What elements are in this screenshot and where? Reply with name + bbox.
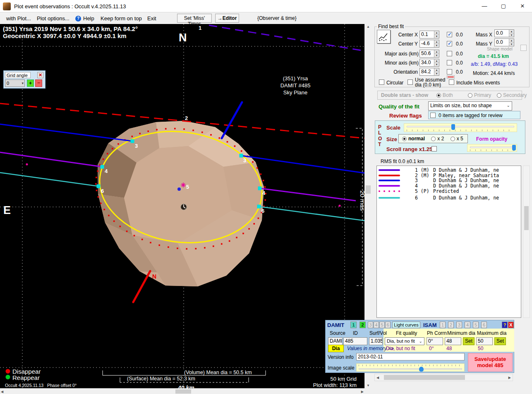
isam-3-button[interactable]: 3 xyxy=(456,322,462,328)
list-item[interactable]: 6 D Dunham & J Dunham, ne xyxy=(379,195,521,201)
scroll-left-icon[interactable]: ◀ xyxy=(376,376,379,380)
plot-horizontal-scrollbar[interactable]: ◀ ▶ xyxy=(0,388,364,394)
damit-model-3-button[interactable]: 3 xyxy=(368,322,373,328)
damit-help-button[interactable]: ? xyxy=(502,322,508,328)
damit-close-button[interactable]: X xyxy=(508,322,514,328)
list-item[interactable]: 1 (M) D Dunham & J Dunham, ne xyxy=(379,168,521,173)
orientation-fit-checkbox[interactable] xyxy=(447,69,452,74)
observer-time-label[interactable]: {Observer & time} xyxy=(257,15,297,21)
damit-model-5-button[interactable]: 5 xyxy=(379,322,385,328)
form-opacity-slider[interactable] xyxy=(467,144,517,152)
menu-keep-on-top[interactable]: Keep form on top xyxy=(101,15,142,22)
list-item[interactable]: 2 (M) P Maley, near Sahuarita xyxy=(379,173,521,178)
damit-model-1-button[interactable]: 1 xyxy=(350,322,357,328)
grid-angle-select[interactable]: 0 ▾ xyxy=(5,79,25,87)
damit-model-6-button[interactable]: 6 xyxy=(385,322,391,328)
v-scroll-thumb[interactable] xyxy=(366,185,371,194)
major-axis-fit-checkbox[interactable] xyxy=(447,51,452,56)
scale-slider[interactable] xyxy=(404,123,517,132)
minimize-button[interactable]: — xyxy=(475,0,494,12)
list-item[interactable]: 4 D Dunham & J Dunham, ne xyxy=(379,183,521,189)
scroll-range-checkbox[interactable] xyxy=(431,146,437,151)
radio-size-normal[interactable] xyxy=(402,137,407,141)
shape-model-checkbox[interactable] xyxy=(520,45,527,51)
center-x-spinner[interactable]: ▲▼ xyxy=(434,31,439,38)
image-scale-thumb[interactable] xyxy=(419,367,424,372)
sky-plane-plot[interactable]: N 1 2 3 3 4 4 6 6 5 xyxy=(0,24,364,388)
size-option-normal[interactable]: normal xyxy=(402,136,425,142)
scale-slider-thumb[interactable] xyxy=(451,124,455,130)
damit-model-2-button[interactable]: 2 xyxy=(359,322,366,328)
grid-angle-plus-button[interactable]: + xyxy=(27,79,34,87)
list-v-thumb[interactable] xyxy=(524,206,529,230)
double-stars-option-both[interactable]: Both xyxy=(436,92,453,98)
use-assumed-checkbox[interactable] xyxy=(407,79,413,85)
minor-axis-fit-checkbox[interactable] xyxy=(447,60,452,65)
set-min-dia-button[interactable]: Set xyxy=(463,337,474,345)
set-miss-times-button[interactable]: Set 'Miss' Times xyxy=(177,14,212,23)
isam-5-button[interactable]: 5 xyxy=(473,322,479,328)
double-stars-option-secondary[interactable]: Secondary xyxy=(497,92,527,98)
isam-2-button[interactable]: 2 xyxy=(448,322,454,328)
orientation-spinner[interactable]: ▲▼ xyxy=(434,68,439,75)
major-axis-spinner[interactable]: ▲▼ xyxy=(434,50,439,57)
radio-size-x2[interactable] xyxy=(431,137,436,141)
list-vertical-scrollbar[interactable] xyxy=(523,166,530,318)
mass-x-input[interactable]: 0.0 ▲▼ xyxy=(494,29,514,37)
list-horizontal-scrollbar[interactable]: ◀ ▶ xyxy=(374,374,513,381)
light-curves-button[interactable]: Light curves xyxy=(392,322,420,328)
maximize-button[interactable]: ▢ xyxy=(494,0,513,12)
isam-1-button[interactable]: 1 xyxy=(440,322,446,328)
menu-help[interactable]: Help xyxy=(83,15,94,22)
close-button[interactable]: ✕ xyxy=(513,0,532,12)
center-y-fit-checkbox[interactable] xyxy=(447,41,452,46)
mass-y-input[interactable]: 0.0 ▲▼ xyxy=(494,38,514,46)
center-y-spinner[interactable]: ▲▼ xyxy=(434,40,439,47)
center-x-input[interactable]: 0.1 ▲▼ xyxy=(419,31,439,38)
center-x-fit-checkbox[interactable] xyxy=(447,32,452,37)
circular-checkbox[interactable] xyxy=(379,79,384,85)
scroll-up-icon[interactable]: ▲ xyxy=(365,25,371,29)
list-item[interactable]: 5 (P) Predicted xyxy=(379,188,521,194)
radio-both[interactable] xyxy=(436,93,441,98)
form-opacity-thumb[interactable] xyxy=(512,145,516,151)
radio-secondary[interactable] xyxy=(497,93,501,98)
fit-quality-dropdown[interactable]: Dia, but no fit ⌄ xyxy=(385,337,424,345)
editor-button[interactable]: →Editor xyxy=(215,14,239,23)
isam-4-button[interactable]: 4 xyxy=(465,322,470,328)
quality-dropdown[interactable]: Limits on size, but no shape ⌄ xyxy=(428,101,512,111)
size-option-x2[interactable]: x 2 xyxy=(431,136,444,142)
menu-with-plot[interactable]: with Plot... xyxy=(6,15,31,22)
minor-axis-input[interactable]: 34.0 ▲▼ xyxy=(419,59,439,67)
damit-model-4-button[interactable]: 4 xyxy=(374,322,379,328)
major-axis-input[interactable]: 50.6 ▲▼ xyxy=(419,50,439,58)
dia-button[interactable]: Dia xyxy=(328,345,344,352)
menu-plot-options[interactable]: Plot options... xyxy=(37,15,69,22)
set-max-dia-button[interactable]: Set xyxy=(494,337,506,345)
version-info-input[interactable]: 2013-02-11 xyxy=(356,353,465,360)
scroll-right-icon[interactable]: ▶ xyxy=(361,390,364,394)
scroll-right-icon[interactable]: ▶ xyxy=(508,376,511,380)
orientation-input[interactable]: 84.2 ▲▼ xyxy=(419,68,439,76)
list-h-thumb[interactable] xyxy=(384,375,465,380)
size-option-x5[interactable]: x 5 xyxy=(451,136,463,142)
radio-primary[interactable] xyxy=(468,93,472,98)
center-y-input[interactable]: -4.6 ▲▼ xyxy=(419,40,439,48)
image-scale-slider[interactable] xyxy=(356,363,465,372)
isam-6-button[interactable]: 6 xyxy=(481,322,487,328)
fit-chart-button[interactable] xyxy=(377,30,391,43)
menu-exit[interactable]: Exit xyxy=(147,15,156,22)
scroll-left-icon[interactable]: ◀ xyxy=(1,390,3,394)
grid-angle-close-button[interactable]: ✕ xyxy=(37,72,43,78)
list-item[interactable]: 3 D Dunham & J Dunham, ne xyxy=(379,178,521,183)
double-stars-option-primary[interactable]: Primary xyxy=(468,92,491,98)
minimum-dia-input[interactable]: 48 xyxy=(445,337,461,345)
review-flags-checkbox[interactable] xyxy=(430,113,436,118)
grid-angle-minus-button[interactable]: − xyxy=(35,79,42,87)
radio-size-x5[interactable] xyxy=(451,137,455,141)
include-miss-checkbox[interactable] xyxy=(449,79,454,85)
minor-axis-spinner[interactable]: ▲▼ xyxy=(434,59,439,66)
mass-x-spinner[interactable]: ▲▼ xyxy=(509,30,514,37)
scroll-down-icon[interactable]: ▼ xyxy=(365,384,371,387)
ph-corrn-input[interactable]: 0° xyxy=(427,337,443,345)
